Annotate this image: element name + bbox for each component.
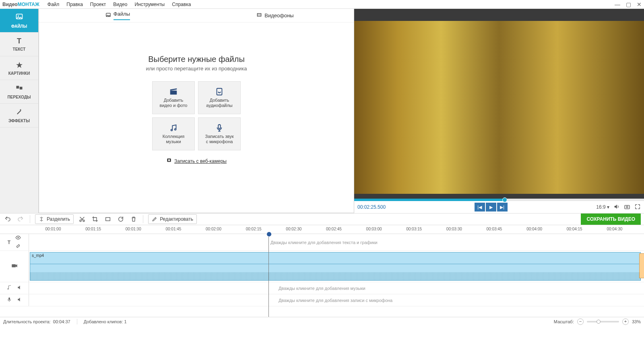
redo-button[interactable]	[16, 215, 25, 224]
close-button[interactable]: ✕	[637, 1, 642, 8]
ruler-tick: 00:02:30	[286, 227, 301, 231]
main-area: ФАЙЛЫ T ТЕКСТ ★ КАРТИНКИ ПЕРЕХОДЫ ЭФФЕКТ…	[0, 9, 644, 213]
record-mic-button[interactable]: Записать звукс микрофона	[198, 117, 241, 150]
preview-frame	[354, 21, 644, 194]
star-icon: ★	[16, 61, 23, 70]
sidebar-item-label: КАРТИНКИ	[8, 71, 30, 76]
sidebar-item-transitions[interactable]: ПЕРЕХОДЫ	[0, 80, 38, 104]
menubar: Файл Правка Проект Видео Инструменты Спр…	[47, 2, 191, 7]
text-track-body[interactable]: Дважды кликните для добавления текста и …	[29, 234, 644, 250]
menu-help[interactable]: Справка	[172, 2, 191, 7]
link-icon[interactable]	[15, 243, 21, 250]
ruler-tick: 00:01:15	[85, 227, 101, 231]
rotate-button[interactable]	[116, 215, 125, 224]
ruler-tick: 00:01:00	[45, 227, 61, 231]
maximize-button[interactable]: ▢	[626, 1, 631, 8]
ruler-tick: 00:03:45	[486, 227, 502, 231]
status-duration: Длительность проекта: 00:04:37	[3, 319, 70, 324]
zoom-slider[interactable]	[587, 321, 619, 322]
window-controls: — ▢ ✕	[615, 1, 642, 8]
speaker-icon[interactable]	[17, 285, 23, 292]
text-icon: T	[17, 37, 21, 45]
record-webcam-link[interactable]: Записать с веб-камеры	[166, 158, 227, 164]
ruler-tick: 00:03:30	[446, 227, 462, 231]
ruler-tick: 00:02:45	[326, 227, 342, 231]
menu-video[interactable]: Видео	[113, 2, 127, 7]
svg-rect-18	[8, 298, 10, 300]
tab-files[interactable]: Файлы	[39, 8, 196, 23]
frame-button[interactable]	[103, 215, 112, 224]
center-subline: или просто перетащите их из проводника	[146, 66, 247, 72]
sidebar-item-effects[interactable]: ЭФФЕКТЫ	[0, 104, 38, 127]
save-video-button[interactable]: СОХРАНИТЬ ВИДЕО	[581, 214, 641, 225]
music-collection-button[interactable]: Коллекциямузыки	[152, 117, 195, 150]
ruler-tick: 00:03:15	[406, 227, 422, 231]
seek-bar[interactable]	[354, 199, 644, 201]
aspect-ratio-dropdown[interactable]: 16:9 ▾	[596, 204, 609, 210]
cut-button[interactable]	[78, 215, 87, 224]
crop-button[interactable]	[91, 215, 99, 224]
add-video-button[interactable]: Добавитьвидео и фото	[152, 81, 195, 114]
next-frame-button[interactable]: ▶|	[497, 203, 508, 211]
music-track-icon	[6, 285, 12, 292]
mic-track-body[interactable]: Дважды кликните для добавления записи с …	[29, 294, 644, 306]
video-track-body[interactable]: s_mp4	[29, 251, 644, 282]
center-panel: Файлы Видеофоны Выберите нужные файлы ил…	[39, 9, 354, 213]
undo-button[interactable]	[3, 215, 12, 224]
menu-edit[interactable]: Правка	[66, 2, 83, 7]
timeline-toolbar: Разделить Редактировать СОХРАНИТЬ ВИДЕО	[0, 213, 644, 225]
zoom-out-button[interactable]: −	[577, 318, 584, 325]
sidebar-item-label: ФАЙЛЫ	[11, 24, 27, 29]
fullscreen-icon[interactable]	[634, 203, 641, 211]
zoom-value: 33%	[632, 319, 641, 324]
sidebar-item-pictures[interactable]: ★ КАРТИНКИ	[0, 56, 38, 80]
prev-frame-button[interactable]: |◀	[475, 203, 485, 211]
sidebar-item-label: ПЕРЕХОДЫ	[7, 95, 31, 99]
svg-point-16	[17, 237, 19, 238]
menu-tools[interactable]: Инструменты	[134, 2, 165, 7]
svg-point-1	[18, 15, 19, 16]
edit-button[interactable]: Редактировать	[148, 214, 197, 224]
tab-backgrounds[interactable]: Видеофоны	[196, 9, 354, 22]
svg-rect-5	[258, 14, 261, 16]
zoom-in-button[interactable]: +	[622, 318, 629, 325]
ruler-tick: 00:02:15	[246, 227, 262, 231]
audio-track: Дважды кликните для добавления музыки	[0, 282, 644, 294]
left-sidebar: ФАЙЛЫ T ТЕКСТ ★ КАРТИНКИ ПЕРЕХОДЫ ЭФФЕКТ…	[0, 9, 39, 213]
ruler-tick: 00:04:00	[526, 227, 542, 231]
split-button[interactable]: Разделить	[35, 214, 74, 224]
menu-file[interactable]: Файл	[47, 2, 60, 7]
text-track-icon: T	[8, 240, 10, 245]
preview-canvas[interactable]	[354, 9, 644, 199]
image-icon	[105, 12, 111, 19]
timeline-ruler[interactable]: 00:01:0000:01:1500:01:3000:01:4500:02:00…	[0, 225, 644, 234]
text-track: T Дважды кликните для добавления текста …	[0, 234, 644, 251]
svg-rect-17	[12, 264, 16, 267]
sidebar-item-label: ЭФФЕКТЫ	[8, 119, 30, 123]
ruler-tick: 00:04:30	[607, 227, 622, 231]
video-track-icon	[11, 262, 18, 271]
audio-track-body[interactable]: Дважды кликните для добавления музыки	[29, 282, 644, 294]
speaker-icon[interactable]	[17, 297, 23, 304]
volume-icon[interactable]	[613, 203, 620, 211]
video-clip[interactable]: s_mp4	[30, 252, 641, 281]
playhead[interactable]	[268, 234, 269, 317]
svg-rect-7	[217, 88, 222, 95]
snapshot-icon[interactable]	[624, 203, 630, 211]
svg-point-12	[626, 206, 628, 207]
eye-icon[interactable]	[15, 235, 21, 242]
ruler-tick: 00:02:00	[206, 227, 221, 231]
svg-rect-3	[19, 87, 22, 90]
ruler-tick: 00:03:00	[366, 227, 382, 231]
sidebar-item-text[interactable]: T ТЕКСТ	[0, 33, 38, 56]
add-audio-button[interactable]: Добавитьаудиофайлы	[198, 81, 241, 114]
minimize-button[interactable]: —	[615, 1, 620, 8]
sidebar-item-files[interactable]: ФАЙЛЫ	[0, 9, 38, 33]
wand-icon	[16, 108, 23, 117]
status-bar: Длительность проекта: 00:04:37 Добавлено…	[0, 317, 644, 326]
sidebar-item-label: ТЕКСТ	[13, 47, 26, 51]
menu-project[interactable]: Проект	[90, 2, 106, 7]
delete-button[interactable]	[129, 215, 138, 224]
video-clip-small[interactable]	[639, 253, 644, 278]
play-button[interactable]: ▶	[486, 203, 496, 211]
